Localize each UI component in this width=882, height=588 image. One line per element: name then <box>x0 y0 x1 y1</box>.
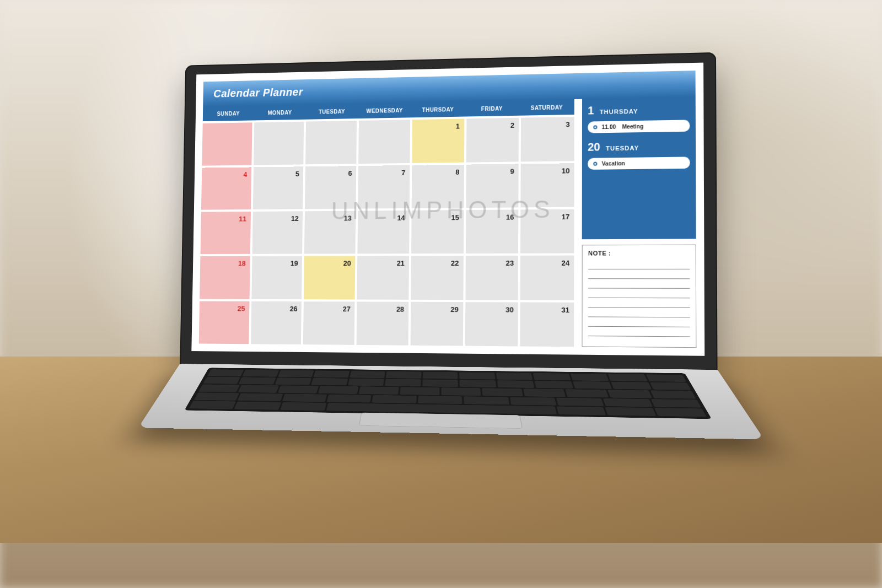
calendar-cell[interactable]: 26 <box>251 301 302 344</box>
calendar-cell[interactable]: 31 <box>520 302 574 347</box>
date-number: 11 <box>239 214 246 223</box>
event-date-number: 1 <box>588 104 594 117</box>
calendar-panel: SUNDAYMONDAYTUESDAYWEDNESDAYTHURSDAYFRID… <box>199 99 574 347</box>
date-number: 29 <box>450 305 458 313</box>
date-number: 18 <box>238 259 246 267</box>
date-number: 17 <box>562 212 570 220</box>
calendar-cell[interactable]: 21 <box>357 256 409 299</box>
date-number: 14 <box>397 213 405 222</box>
screen-bezel: Calendar Planner SUNDAYMONDAYTUESDAYWEDN… <box>180 52 717 370</box>
calendar-cell[interactable]: 17 <box>520 209 574 253</box>
calendar-cell[interactable]: 3 <box>521 117 574 161</box>
date-number: 4 <box>243 170 247 179</box>
calendar-cell[interactable]: 22 <box>411 256 463 299</box>
calendar-cell[interactable] <box>305 121 357 164</box>
calendar-cell[interactable]: 30 <box>465 301 518 346</box>
event-pill[interactable]: 11.00Meeting <box>588 120 690 133</box>
date-number: 3 <box>566 120 569 128</box>
calendar-grid: 1234567891011121314151617181920212223242… <box>199 115 574 347</box>
date-number: 2 <box>510 121 514 130</box>
date-number: 31 <box>561 305 569 314</box>
event-day-block: 20TUESDAYVacation <box>588 139 690 170</box>
calendar-cell[interactable]: 20 <box>304 256 355 299</box>
event-day-block: 1THURSDAY11.00Meeting <box>588 103 690 133</box>
calendar-cell[interactable]: 5 <box>253 166 304 209</box>
calendar-cell[interactable] <box>358 120 410 163</box>
date-number: 22 <box>451 259 459 267</box>
date-number: 28 <box>396 305 404 313</box>
event-day-name: TUESDAY <box>606 144 639 152</box>
calendar-cell[interactable]: 12 <box>252 211 303 254</box>
date-number: 9 <box>510 167 514 175</box>
calendar-cell[interactable]: 18 <box>200 256 250 299</box>
calendar-cell[interactable]: 10 <box>521 163 574 207</box>
date-number: 1 <box>456 122 460 131</box>
calendar-cell[interactable]: 19 <box>251 256 302 299</box>
calendar-cell[interactable]: 27 <box>303 301 354 344</box>
date-number: 6 <box>348 169 352 177</box>
calendar-cell[interactable]: 9 <box>466 164 519 208</box>
day-header: WEDNESDAY <box>358 103 411 118</box>
date-number: 5 <box>295 169 299 177</box>
calendar-cell[interactable]: 28 <box>357 301 408 346</box>
date-number: 24 <box>561 259 569 267</box>
laptop-base <box>138 364 764 439</box>
calendar-cell[interactable]: 8 <box>412 164 464 208</box>
app-title: Calendar Planner <box>213 86 303 100</box>
date-number: 21 <box>397 259 405 267</box>
calendar-cell[interactable] <box>254 122 304 165</box>
calendar-cell[interactable]: 13 <box>304 211 356 253</box>
event-date-number: 20 <box>588 141 600 153</box>
date-number: 26 <box>290 304 298 312</box>
day-header: FRIDAY <box>465 100 519 117</box>
date-number: 20 <box>343 259 351 267</box>
event-day-header: 1THURSDAY <box>588 103 690 117</box>
day-header: SATURDAY <box>519 99 574 116</box>
calendar-cell[interactable]: 1 <box>412 118 464 163</box>
app-screen: Calendar Planner SUNDAYMONDAYTUESDAYWEDN… <box>191 62 704 355</box>
event-label: Meeting <box>622 123 643 130</box>
event-label: Vacation <box>602 160 625 167</box>
note-lines[interactable] <box>588 260 690 342</box>
calendar-cell[interactable]: 16 <box>465 209 518 253</box>
event-day-header: 20TUESDAY <box>588 139 690 154</box>
note-title: NOTE : <box>588 250 690 257</box>
date-number: 19 <box>291 259 298 267</box>
date-number: 10 <box>562 166 570 175</box>
date-number: 12 <box>291 214 299 223</box>
event-pill[interactable]: Vacation <box>588 157 690 170</box>
calendar-cell[interactable]: 6 <box>305 165 356 209</box>
date-number: 25 <box>238 304 245 312</box>
calendar-cell[interactable]: 14 <box>357 210 409 253</box>
event-day-name: THURSDAY <box>600 108 638 115</box>
day-header: MONDAY <box>254 105 306 121</box>
date-number: 30 <box>505 305 514 314</box>
bullet-icon <box>593 125 597 129</box>
laptop: Calendar Planner SUNDAYMONDAYTUESDAYWEDN… <box>178 52 718 496</box>
note-panel[interactable]: NOTE : <box>582 245 696 348</box>
trackpad[interactable] <box>359 412 523 428</box>
date-number: 7 <box>401 168 405 176</box>
day-header: SUNDAY <box>203 105 254 121</box>
date-number: 15 <box>451 213 459 222</box>
calendar-cell[interactable]: 11 <box>201 212 251 254</box>
calendar-cell[interactable]: 25 <box>199 301 250 344</box>
date-number: 16 <box>506 213 514 221</box>
calendar-cell[interactable]: 15 <box>411 210 464 253</box>
calendar-cell[interactable]: 2 <box>466 118 519 162</box>
date-number: 8 <box>455 168 459 176</box>
calendar-cell[interactable]: 29 <box>410 301 462 346</box>
calendar-cell[interactable] <box>202 122 252 165</box>
day-header: THURSDAY <box>411 101 465 117</box>
calendar-cell[interactable]: 7 <box>358 165 410 208</box>
calendar-cell[interactable]: 23 <box>465 256 518 300</box>
date-number: 27 <box>343 305 351 313</box>
keyboard[interactable] <box>184 368 711 419</box>
date-number: 13 <box>344 214 352 222</box>
date-number: 23 <box>506 259 514 267</box>
day-header: TUESDAY <box>305 104 358 120</box>
event-time: 11.00 <box>602 124 618 131</box>
calendar-cell[interactable]: 4 <box>201 167 251 210</box>
calendar-cell[interactable]: 24 <box>520 255 574 299</box>
events-panel: 1THURSDAY11.00Meeting20TUESDAYVacation <box>582 97 696 240</box>
